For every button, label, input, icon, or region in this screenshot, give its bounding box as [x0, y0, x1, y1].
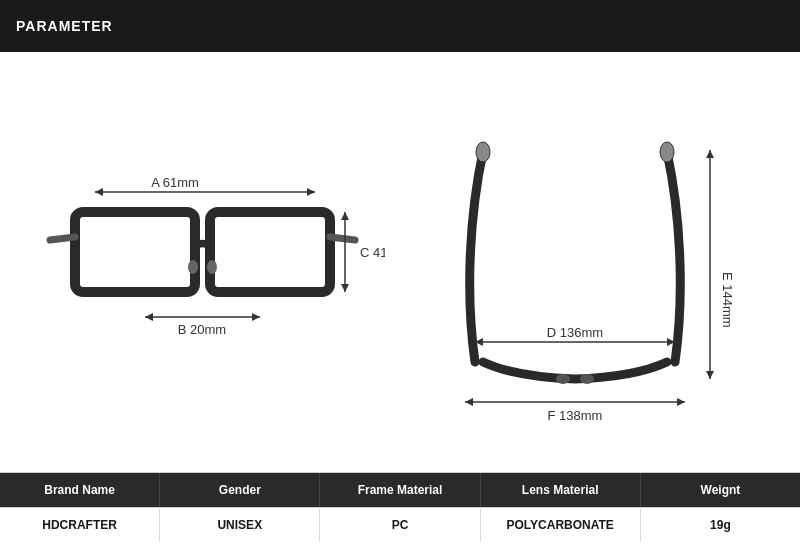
- col-brand-name-header: Brand Name: [0, 473, 160, 507]
- table-data-row: HDCRAFTER UNISEX PC POLYCARBONATE 19g: [0, 507, 800, 542]
- svg-marker-26: [465, 398, 473, 406]
- svg-point-4: [188, 260, 198, 274]
- svg-point-17: [476, 142, 490, 162]
- front-view-svg: A 61mm B 20mm C 41mm: [45, 92, 385, 432]
- top-view-panel: D 136mm E 144mm F 138mm: [400, 72, 770, 452]
- col-lens-material-value: POLYCARBONATE: [481, 508, 641, 542]
- page-title: PARAMETER: [16, 18, 113, 34]
- svg-marker-13: [341, 212, 349, 220]
- svg-marker-27: [677, 398, 685, 406]
- col-weight-header: Weignt: [641, 473, 800, 507]
- svg-marker-11: [252, 313, 260, 321]
- svg-rect-0: [75, 212, 195, 292]
- svg-marker-14: [341, 284, 349, 292]
- dim-c-label: C 41mm: [360, 245, 385, 260]
- svg-marker-7: [95, 188, 103, 196]
- page-header: PARAMETER: [0, 0, 800, 52]
- svg-point-5: [207, 260, 217, 274]
- svg-point-15: [556, 374, 570, 384]
- top-view-svg: D 136mm E 144mm F 138mm: [415, 92, 755, 432]
- dim-a-label: A 61mm: [151, 175, 199, 190]
- svg-marker-10: [145, 313, 153, 321]
- col-gender-header: Gender: [160, 473, 320, 507]
- svg-marker-23: [706, 150, 714, 158]
- col-frame-material-value: PC: [320, 508, 480, 542]
- svg-marker-24: [706, 371, 714, 379]
- col-gender-value: UNISEX: [160, 508, 320, 542]
- dim-d-label: D 136mm: [547, 325, 603, 340]
- specs-table: Brand Name Gender Frame Material Lens Ma…: [0, 472, 800, 542]
- svg-line-2: [50, 237, 75, 240]
- svg-rect-1: [210, 212, 330, 292]
- col-lens-material-header: Lens Material: [481, 473, 641, 507]
- dim-f-label: F 138mm: [548, 408, 603, 423]
- svg-point-18: [660, 142, 674, 162]
- main-content: A 61mm B 20mm C 41mm: [0, 52, 800, 472]
- col-weight-value: 19g: [641, 508, 800, 542]
- front-view-panel: A 61mm B 20mm C 41mm: [30, 72, 400, 452]
- table-header-row: Brand Name Gender Frame Material Lens Ma…: [0, 473, 800, 507]
- header-chevron-decoration: [121, 8, 139, 44]
- col-brand-name-value: HDCRAFTER: [0, 508, 160, 542]
- dim-b-label: B 20mm: [178, 322, 226, 337]
- dim-e-label: E 144mm: [720, 272, 735, 328]
- svg-line-3: [330, 237, 355, 240]
- svg-point-16: [580, 374, 594, 384]
- col-frame-material-header: Frame Material: [320, 473, 480, 507]
- svg-marker-8: [307, 188, 315, 196]
